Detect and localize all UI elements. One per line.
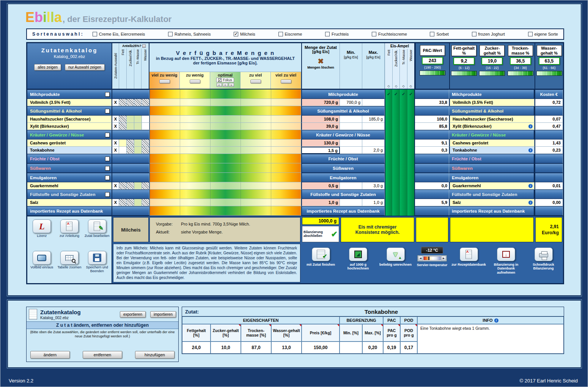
value-min[interactable] <box>340 342 362 354</box>
change-button[interactable]: ändern <box>30 351 70 359</box>
sorte-option-creme-eis-eiercremeeis[interactable]: Creme Eis, Eiercremeeis <box>93 32 145 36</box>
category-row-süßungsmittel-alkohol[interactable]: Süßungsmittel & Alkohol <box>27 106 112 116</box>
amount-cell[interactable]: 108,0 g <box>301 116 340 123</box>
checkbox[interactable] <box>325 32 330 36</box>
value-preis[interactable]: 150,00 <box>302 342 340 354</box>
sorte-option-fruchteis[interactable]: Fruchteis <box>325 32 349 36</box>
checkbox[interactable] <box>528 32 533 36</box>
selection-mark[interactable]: X <box>112 199 119 206</box>
checkbox[interactable] <box>168 32 173 36</box>
category-row-kräuter-gewürze-nüsse[interactable]: Kräuter / Gewürze / Nüsse <box>27 130 112 139</box>
zone-button[interactable] <box>190 80 200 83</box>
min-cell[interactable] <box>340 182 362 190</box>
export-button[interactable]: exportieren <box>120 311 146 318</box>
zone-nav-button[interactable]: > <box>229 83 234 87</box>
category-row-emulgatoren[interactable]: Emulgatoren <box>27 173 112 182</box>
ingredient-name-guarkernmehl[interactable]: Guarkernmehl <box>27 182 112 190</box>
value-zuckergehalt[interactable]: 10,0 <box>211 342 241 354</box>
amount-cell[interactable]: 130,0 g <box>301 139 340 147</box>
action-bilanzierung-in-datenbank-aufnehmen[interactable]: ↓Bilanzierung in Datenbank aufnehmen <box>488 248 524 274</box>
value-pac-pro-g[interactable]: 0,19 <box>383 342 400 354</box>
selection-mark[interactable]: X <box>112 123 119 130</box>
tool-vollbild-ein-aus[interactable]: Vollbild ein/aus <box>28 251 56 280</box>
category-checkbox[interactable] <box>105 192 110 197</box>
clear-amounts-icon[interactable]: ✖ <box>318 58 324 65</box>
sorte-option-sorbet[interactable]: Sorbet <box>430 32 448 36</box>
checkbox[interactable] <box>430 32 434 36</box>
min-cell[interactable]: 700,0 g <box>340 99 362 106</box>
slider-left-arrow[interactable]: ◄ <box>418 256 423 261</box>
category-checkbox[interactable] <box>105 157 110 161</box>
min-cell[interactable] <box>340 116 362 123</box>
max-cell[interactable] <box>362 123 385 130</box>
sorte-option-milcheis[interactable]: ✓Milcheis <box>234 32 255 36</box>
info-icon[interactable]: i <box>528 184 533 188</box>
action-beliebig-umrechnen[interactable]: ▼▲beliebig umrechnen <box>378 248 413 266</box>
spinner-icon[interactable] <box>142 44 146 48</box>
value-wassergehalt[interactable]: 13,0 <box>271 342 302 354</box>
value-fettgehalt[interactable]: 24,0 <box>182 342 211 354</box>
zone-nav-button[interactable]: = <box>223 83 228 87</box>
info-icon[interactable]: i <box>528 148 533 152</box>
category-row-milchprodukte[interactable]: Milchprodukte <box>27 89 112 99</box>
zone-button[interactable] <box>250 80 261 83</box>
action-mit-zutat-finishen[interactable]: ✔mit Zutat finishen <box>303 248 339 266</box>
min-cell[interactable] <box>340 199 362 206</box>
value-max[interactable]: 0,20 <box>362 342 383 354</box>
selection-mark[interactable]: X <box>112 147 119 154</box>
value-pod-pro-g[interactable]: 0,17 <box>400 342 417 354</box>
ingredient-name-xylit-birkenzucker[interactable]: Xylit (Birkenzucker) <box>27 123 112 130</box>
fokus-checkbox[interactable]: ✓Fokus <box>216 78 234 82</box>
ingredient-name-haushaltszucker-saccharose[interactable]: Haushaltszucker (Saccharose) <box>27 116 112 123</box>
selection-mark[interactable]: X <box>112 139 119 147</box>
clear-amounts-label[interactable]: Mengen löschen <box>307 66 334 69</box>
min-cell[interactable] <box>340 147 362 154</box>
sorte-option-rahmeis-sahneeis[interactable]: Rahmeis, Sahneeis <box>168 32 211 36</box>
checkbox[interactable]: ✓ <box>218 78 222 82</box>
info-icon[interactable]: i <box>528 201 533 205</box>
amount-cell[interactable]: 720,0 g <box>301 99 340 106</box>
max-cell[interactable]: 1,0 g <box>362 199 385 206</box>
category-row-süßwaren[interactable]: Süßwaren <box>27 163 112 173</box>
action-auf-1000-g-hochrechnen[interactable]: ◢auf 1000 g hochrechnen <box>340 248 376 271</box>
import-button[interactable]: importieren <box>150 311 176 318</box>
add-button[interactable]: hinzufügen <box>135 351 175 359</box>
category-checkbox[interactable] <box>105 175 110 180</box>
amount-cell[interactable]: 1,5 g <box>301 147 340 154</box>
finish-balancing-button[interactable]: Bilanzierung abschließen ✔ <box>302 226 339 242</box>
zone-button[interactable] <box>159 80 170 83</box>
show-all-button[interactable]: alles zeigen <box>34 64 61 71</box>
checkbox[interactable] <box>372 32 376 36</box>
category-row-importiertes-rezept-aus-datenbank[interactable]: importiertes Rezept aus Datenbank <box>27 206 112 216</box>
selection-mark[interactable]: X <box>112 116 119 123</box>
checkbox[interactable] <box>93 32 97 36</box>
ingredient-name-salz[interactable]: Salz <box>27 199 112 206</box>
min-cell[interactable] <box>340 123 362 130</box>
min-cell[interactable] <box>340 139 362 147</box>
max-cell[interactable]: 2,0 g <box>362 147 385 154</box>
slider-track[interactable] <box>423 256 441 260</box>
show-selection-button[interactable]: nur Auswahl zeigen <box>65 64 105 71</box>
ingredient-name-cashews-geröstet[interactable]: Cashews geröstet <box>27 139 112 147</box>
category-checkbox[interactable] <box>105 109 110 113</box>
ingredient-name-tonkabohne[interactable]: Tonkabohne <box>27 147 112 154</box>
category-checkbox[interactable] <box>105 92 110 97</box>
max-cell[interactable]: 3,0 g <box>362 182 385 190</box>
temperature-slider[interactable]: ◄ ► <box>417 255 447 262</box>
max-cell[interactable] <box>362 139 385 147</box>
sorte-option-frozen-joghurt[interactable]: frozen Joghurt <box>472 32 505 36</box>
value-trockenmasse[interactable]: 87,0 <box>241 342 271 354</box>
category-checkbox[interactable] <box>105 166 110 171</box>
category-checkbox[interactable] <box>105 133 110 137</box>
selection-mark[interactable]: X <box>112 99 119 106</box>
checkbox[interactable] <box>278 32 283 36</box>
zone-button[interactable] <box>281 80 291 83</box>
max-cell[interactable]: 185,0 g <box>362 116 385 123</box>
amount-cell[interactable]: 1,0 g <box>301 199 340 206</box>
max-cell[interactable] <box>362 99 385 106</box>
amount-cell[interactable]: 39,0 g <box>301 123 340 130</box>
category-row-füllstoffe-und-sonstige-zutaten[interactable]: Füllstoffe und Sonstige Zutaten <box>27 190 112 199</box>
checkbox[interactable] <box>472 32 476 36</box>
action-schnelldruck-bilanzierung[interactable]: Schnelldruck Bilanzierung <box>526 248 561 271</box>
selection-mark[interactable]: X <box>112 182 119 190</box>
